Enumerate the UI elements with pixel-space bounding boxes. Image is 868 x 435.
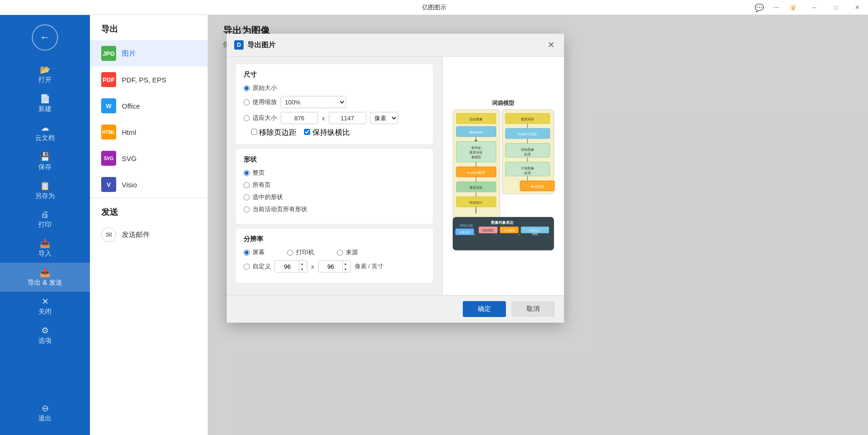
remove-margin-checkbox[interactable] xyxy=(251,129,257,135)
send-email-label: 发送邮件 xyxy=(122,230,150,239)
res-custom-y-input[interactable] xyxy=(320,263,341,270)
chat-icon[interactable]: 💬 xyxy=(753,1,766,14)
svg-text:Roller中间层: Roller中间层 xyxy=(518,133,536,136)
size-fit-radio[interactable] xyxy=(244,115,250,121)
modal-footer: 确定 取消 xyxy=(227,295,564,323)
sidebar-item-label: 导出 & 发送 xyxy=(28,279,62,287)
sidebar: ← 📂 打开 📄 新建 ☁ 云文档 💾 保存 📋 另存为 🖨 打印 📥 导入 xyxy=(0,15,90,435)
modal-title: 导出图片 xyxy=(247,41,542,50)
size-original-label[interactable]: 原始大小 xyxy=(244,84,277,92)
nav-item-jpg[interactable]: JPG 图片 xyxy=(90,40,208,66)
sidebar-item-exit[interactable]: ⊖ 退出 xyxy=(0,398,90,428)
size-original-row: 原始大小 xyxy=(244,84,425,92)
nav-item-pdf[interactable]: PDF PDF, PS, EPS xyxy=(90,66,208,93)
fit-width-input[interactable] xyxy=(281,112,318,124)
svg-text:历化模型: 历化模型 xyxy=(504,229,515,232)
diagram-svg: 词袋模型 品出图像 xyxy=(451,96,556,256)
fit-height-input[interactable] xyxy=(329,112,366,124)
sidebar-item-close[interactable]: ✕ 关闭 xyxy=(0,292,90,321)
sidebar-item-new[interactable]: 📄 新建 xyxy=(0,89,90,118)
sidebar-item-cloud[interactable]: ☁ 云文档 xyxy=(0,118,90,147)
minimize-button[interactable]: ─ xyxy=(803,0,825,15)
sidebar-item-label: 打开 xyxy=(38,76,52,84)
sidebar-item-import[interactable]: 📥 导入 xyxy=(0,234,90,263)
keep-ratio-label[interactable]: 保持纵横比 xyxy=(304,128,349,138)
nav-item-svg-label: SVG xyxy=(122,155,137,162)
confirm-button[interactable]: 确定 xyxy=(463,301,506,317)
sidebar-item-saveas[interactable]: 📋 另存为 xyxy=(0,176,90,205)
nav-item-office[interactable]: W Office xyxy=(90,93,208,119)
pdf-icon: PDF xyxy=(101,72,116,87)
size-fit-label[interactable]: 适应大小 xyxy=(244,114,277,122)
shape-all-radio[interactable] xyxy=(244,182,250,188)
nav-item-visio-label: Visio xyxy=(122,181,137,189)
res-printer-label[interactable]: 打印机 xyxy=(287,248,314,257)
modal-body: 尺寸 原始大小 xyxy=(227,57,564,295)
keep-ratio-checkbox[interactable] xyxy=(304,129,310,135)
sidebar-item-open[interactable]: 📂 打开 xyxy=(0,60,90,89)
svg-text:处理: 处理 xyxy=(524,171,531,175)
res-custom-x-spinner[interactable]: ▲ ▼ xyxy=(274,260,307,273)
svg-text:处理: 处理 xyxy=(524,153,531,156)
res-screen-label[interactable]: 屏幕 xyxy=(244,248,265,257)
cancel-button[interactable]: 取消 xyxy=(512,301,555,317)
res-source-radio[interactable] xyxy=(337,250,343,256)
spinner-arrows-x: ▲ ▼ xyxy=(299,261,305,272)
remove-margin-label[interactable]: 移除页边距 xyxy=(251,128,297,138)
svg-text:训练图像: 训练图像 xyxy=(521,148,534,151)
nav-item-html[interactable]: HTML Html xyxy=(90,119,208,145)
svg-text:K-mean聚类: K-mean聚类 xyxy=(467,171,485,174)
res-source-label[interactable]: 来源 xyxy=(337,248,358,257)
size-scale-label[interactable]: 使用缩放 xyxy=(244,98,277,106)
svg-text:计算图像: 计算图像 xyxy=(521,167,534,170)
sidebar-item-options[interactable]: ⚙ 选项 xyxy=(0,321,90,350)
res-custom-y-spinner[interactable]: ▲ ▼ xyxy=(318,260,351,273)
fit-unit-select[interactable]: 像素 厘米 英寸 xyxy=(370,112,398,124)
sidebar-item-label: 选项 xyxy=(38,337,52,345)
spinner-down-y[interactable]: ▼ xyxy=(343,266,349,272)
spinner-up-x[interactable]: ▲ xyxy=(299,261,305,266)
shape-selected-radio[interactable] xyxy=(244,194,250,200)
svg-icon: SVG xyxy=(101,151,116,166)
export-icon: 📤 xyxy=(40,267,50,278)
more-icon[interactable]: ··· xyxy=(770,1,783,14)
res-x-separator: x xyxy=(311,263,314,270)
close-window-button[interactable]: ✕ xyxy=(846,0,868,15)
shape-section-title: 形状 xyxy=(244,155,425,164)
res-custom-label[interactable]: 自定义 xyxy=(244,262,271,271)
sidebar-item-print[interactable]: 🖨 打印 xyxy=(0,205,90,234)
modal-close-button[interactable]: ✕ xyxy=(545,39,556,51)
res-custom-radio[interactable] xyxy=(244,264,250,270)
sidebar-item-export[interactable]: 📤 导出 & 发送 xyxy=(0,263,90,292)
crown-icon[interactable]: ♛ xyxy=(786,1,800,14)
sidebar-item-save[interactable]: 💾 保存 xyxy=(0,147,90,176)
res-custom-x-input[interactable] xyxy=(277,263,298,270)
preview-image: 词袋模型 品出图像 xyxy=(450,96,557,256)
nav-item-jpg-label: 图片 xyxy=(122,49,136,58)
shape-current-label[interactable]: 当前活动页所有形状 xyxy=(244,205,307,214)
resolution-section-title: 分辨率 xyxy=(244,235,425,243)
svg-text:运维分析: 运维分析 xyxy=(459,230,470,234)
send-section-header: 发送 xyxy=(90,198,208,221)
shape-current-row: 当前活动页所有形状 xyxy=(244,205,425,214)
scale-select[interactable]: 100% 50% 150% 200% xyxy=(281,96,346,108)
size-original-radio[interactable] xyxy=(244,85,250,91)
jpg-icon: JPG xyxy=(101,46,116,61)
content-area: 导出 JPG 图片 PDF PDF, PS, EPS W Office HTML… xyxy=(90,15,868,435)
shape-selected-label[interactable]: 选中的形状 xyxy=(244,193,283,201)
shape-whole-radio[interactable] xyxy=(244,170,250,176)
maximize-button[interactable]: □ xyxy=(825,0,846,15)
shape-all-label[interactable]: 所有页 xyxy=(244,181,271,189)
nav-item-visio[interactable]: V Visio xyxy=(90,171,208,198)
shape-whole-label[interactable]: 整页 xyxy=(244,169,265,177)
send-email-item[interactable]: ✉ 发送邮件 xyxy=(90,221,208,248)
sidebar-back-button[interactable]: ← xyxy=(32,24,58,51)
res-screen-radio[interactable] xyxy=(244,250,250,256)
spinner-down-x[interactable]: ▼ xyxy=(299,266,305,272)
shape-current-radio[interactable] xyxy=(244,206,250,213)
spinner-up-y[interactable]: ▲ xyxy=(343,261,349,266)
nav-item-svg[interactable]: SVG SVG xyxy=(90,145,208,171)
svg-text:多特征: 多特征 xyxy=(471,146,481,149)
res-printer-radio[interactable] xyxy=(287,250,293,256)
size-scale-radio[interactable] xyxy=(244,99,250,105)
